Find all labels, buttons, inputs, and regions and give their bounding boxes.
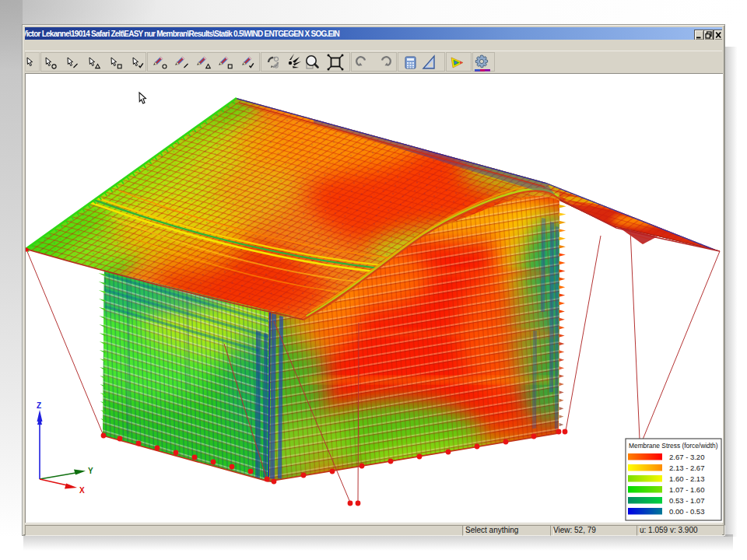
svg-text:0.00 - 0.53: 0.00 - 0.53 bbox=[669, 507, 704, 516]
svg-text:0.53 - 1.07: 0.53 - 1.07 bbox=[669, 496, 704, 505]
svg-text:1.60 - 2.13: 1.60 - 2.13 bbox=[669, 474, 704, 483]
svg-text:2.13 - 2.67: 2.13 - 2.67 bbox=[669, 464, 704, 472]
svg-text:2.67 - 3.20: 2.67 - 3.20 bbox=[669, 453, 704, 461]
svg-text:1.07 - 1.60: 1.07 - 1.60 bbox=[669, 485, 704, 494]
svg-text:Y: Y bbox=[88, 467, 93, 475]
svg-text:X: X bbox=[79, 486, 85, 495]
svg-text:Z: Z bbox=[37, 401, 41, 410]
svg-text:Membrane Stress (force/width): Membrane Stress (force/width) bbox=[629, 442, 718, 450]
